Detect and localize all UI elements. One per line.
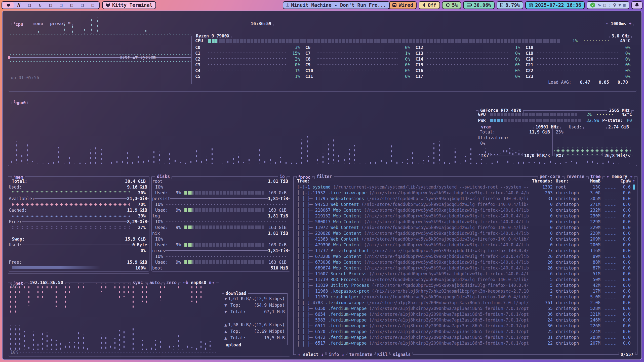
process-row[interactable]: │ [-]-11532 .firefox-wrappe (/nix/store/… bbox=[294, 190, 637, 196]
core-name: C1 bbox=[195, 51, 206, 56]
music-pill[interactable]: ♫ Minuit Machine - Don't Run Fro... bbox=[283, 1, 390, 9]
process-cmd: (/run/current-system/systemd/lib/systemd… bbox=[333, 185, 529, 190]
ram-pill[interactable]: 30.06% bbox=[463, 1, 495, 9]
notifications-pill[interactable] bbox=[631, 1, 642, 9]
tray-square-icon[interactable]: □ bbox=[603, 3, 606, 7]
process-threads: 5 bbox=[529, 283, 553, 288]
process-row[interactable]: │ │ ├─ 6350 .ferdium-wrappe (/nix/store/… bbox=[294, 305, 637, 311]
interval-control[interactable]: - 1000ms + bbox=[604, 21, 633, 27]
process-row[interactable]: │ │ ├─ 6511 .ferdium-wrappe (/nix/store/… bbox=[294, 323, 637, 329]
workspace-1-cat-icon[interactable] bbox=[3, 2, 14, 8]
bluetooth-pill[interactable]: Off bbox=[419, 1, 440, 9]
network-pill[interactable]: Wired bbox=[389, 1, 417, 9]
scroll-rail[interactable] bbox=[631, 185, 635, 190]
reverse-toggle[interactable]: reverse bbox=[564, 173, 586, 179]
per-core-toggle[interactable]: per-core bbox=[538, 173, 562, 179]
scroll-more-icon[interactable]: ↓ bbox=[633, 346, 635, 347]
process-row[interactable]: │ │ ├─ 6536 .ferdium-wrappe (/nix/store/… bbox=[294, 346, 637, 347]
preset-toggle[interactable]: preset * bbox=[48, 21, 73, 27]
process-row[interactable]: │ │ ├─ 219152 Web Content (/nix/store/fq… bbox=[294, 213, 637, 219]
select-action[interactable]: ↑ select ↓ bbox=[296, 351, 326, 357]
graph-spike bbox=[323, 154, 324, 164]
process-row[interactable]: │ │ ├─ 6654 .ferdium-wrappe (/nix/store/… bbox=[294, 311, 637, 317]
process-row[interactable]: │ │ ├─ 11607 Socket Process (/nix/store/… bbox=[294, 271, 637, 277]
zero-toggle[interactable]: zero bbox=[164, 280, 179, 286]
tray-check-icon[interactable]: ✓ bbox=[590, 3, 595, 8]
core-history bbox=[537, 64, 618, 65]
tray-triangle-icon[interactable]: ▼ bbox=[619, 3, 621, 7]
workspace-6-square-icon[interactable]: □ bbox=[56, 2, 66, 8]
filter-toggle[interactable]: filter bbox=[314, 173, 334, 179]
tray-wave-icon[interactable]: ∿ bbox=[597, 3, 601, 7]
info-action[interactable]: info ↵ bbox=[327, 351, 346, 357]
io-toggle[interactable]: io bbox=[278, 173, 287, 179]
graph-spike bbox=[296, 162, 297, 164]
disk-used-pct: 9% bbox=[172, 208, 181, 213]
tray-phone-icon[interactable]: ▯ bbox=[608, 3, 611, 7]
workspace-4-refresh-icon[interactable]: ↻ bbox=[35, 2, 45, 8]
disk-log: log1,81TiB bbox=[152, 213, 290, 219]
tray-pin-icon[interactable]: ⚲ bbox=[613, 3, 616, 7]
process-row[interactable]: │ │ ├─ 5983 .ferdium-wrappe (/nix/store/… bbox=[294, 317, 637, 323]
sync-toggle[interactable]: sync bbox=[131, 280, 145, 286]
process-row[interactable]: │ │ ├─ 11739 RDD Process (/nix/store/fqa… bbox=[294, 277, 637, 282]
workspace-2-neovim-icon[interactable]: N bbox=[14, 2, 24, 8]
scroll-rail[interactable]: ↓ bbox=[631, 346, 635, 347]
process-row[interactable]: │ │ ├─ 689674 Web Content (/nix/store/fq… bbox=[294, 265, 637, 271]
window-title-pill[interactable]: Kitty Terminal bbox=[102, 1, 156, 9]
workspace-5-square-icon[interactable]: □ bbox=[45, 2, 56, 8]
workspace-switcher[interactable]: N□↻□□□□□ bbox=[2, 1, 100, 9]
process-row[interactable]: │ [-]-4783 .ferdium-wrappe (/nix/store/a… bbox=[294, 300, 637, 305]
process-row[interactable]: │ │ ├─ 11732 Privileged Cont (/nix/store… bbox=[294, 248, 637, 253]
signals-action[interactable]: signals bbox=[391, 351, 413, 357]
cpu-pill[interactable]: 5% bbox=[442, 1, 461, 9]
disk-pill[interactable]: 8.79% bbox=[497, 1, 523, 9]
process-row[interactable]: │ │ ├─ 6520 .ferdium-wrappe (/nix/store/… bbox=[294, 329, 637, 334]
process-row[interactable]: │ │ ├─ 479390 Web Content (/nix/store/fq… bbox=[294, 242, 637, 248]
process-row[interactable]: │ │ ├─ 673288 Web Content (/nix/store/fq… bbox=[294, 253, 637, 259]
process-row[interactable]: [-]-1 systemd (/run/current-system/syste… bbox=[294, 184, 637, 190]
process-row[interactable]: │ │ ├─ 11839 Utility Process (/nix/store… bbox=[294, 282, 637, 288]
tree-toggle[interactable]: tree bbox=[588, 173, 603, 179]
graph-spike bbox=[502, 163, 503, 164]
mem-cached: Cached:11,9GiB bbox=[8, 207, 149, 213]
swap-free: 100% bbox=[8, 265, 149, 271]
interface-selector[interactable]: ←b enp8s0 n→ bbox=[181, 280, 216, 286]
terminate-action[interactable]: terminate bbox=[347, 351, 374, 357]
process-cmd: (/nix/store/fqadd0bprwc5yw5k99xajbdqd1dz… bbox=[372, 283, 529, 288]
net-panel-title: 3net bbox=[12, 279, 25, 286]
vram-used-value: 2,74 GiB bbox=[606, 124, 631, 130]
kill-action[interactable]: Kill bbox=[375, 351, 390, 357]
scrollbar-thumb[interactable] bbox=[633, 185, 635, 190]
datetime-pill[interactable]: 2025-07-22 16:36 bbox=[525, 1, 585, 9]
process-row[interactable]: │ │ ├─ 41363 Web Content (/nix/store/fqa… bbox=[294, 236, 637, 242]
process-pid: 11539 bbox=[315, 294, 331, 299]
process-row[interactable]: │ │ ├─ 220028 Web Content (/nix/store/fq… bbox=[294, 230, 637, 236]
tray-keyboard-icon[interactable]: ▦ bbox=[623, 3, 626, 7]
process-threads: 0 bbox=[529, 231, 553, 236]
workspace-7-square-icon[interactable]: □ bbox=[66, 2, 77, 8]
sort-column-selector[interactable]: ← memory → bbox=[605, 173, 634, 179]
tree-glyph: │ [-]- bbox=[297, 190, 312, 195]
process-row[interactable]: │ │ ├─ 94753 Web Content (/nix/store/fqa… bbox=[294, 201, 637, 207]
process-name: .ferdium-wrappe bbox=[328, 323, 369, 328]
process-row[interactable]: │ │ ├─ 11972 Web Content (/nix/store/fqa… bbox=[294, 224, 637, 230]
swap-free-graph bbox=[12, 266, 130, 269]
process-row[interactable]: │ │ ├─ 11795 WebExtensions (/nix/store/f… bbox=[294, 196, 637, 201]
process-row[interactable]: │ │ ├─ 580017 Web Content (/nix/store/fq… bbox=[294, 219, 637, 224]
process-row[interactable]: │ │ ├─ 218067 Web Content (/nix/store/fq… bbox=[294, 207, 637, 213]
menu-toggle[interactable]: menu bbox=[31, 21, 45, 27]
process-row[interactable]: │ │ ├─ 11968 .keepassxc-prox (/nix/store… bbox=[294, 288, 637, 294]
process-row[interactable]: │ │ └─ 11539 crashhelper (/nix/store/fqa… bbox=[294, 294, 637, 300]
workspace-3-square-icon[interactable]: □ bbox=[24, 2, 35, 8]
auto-toggle[interactable]: auto bbox=[147, 280, 162, 286]
workspace-9-square-icon[interactable]: □ bbox=[88, 2, 98, 8]
core-pct: 2% bbox=[289, 57, 300, 62]
process-row[interactable]: │ │ ├─ 6472 .ferdium-wrappe (/nix/store/… bbox=[294, 334, 637, 340]
workspace-8-square-icon[interactable]: □ bbox=[77, 2, 88, 8]
mem-panel-title: 2mem bbox=[12, 173, 25, 180]
cpu-legend: user ▲▼ system bbox=[120, 55, 156, 60]
system-tray[interactable]: ✓∿□▯⚲▼▦ bbox=[587, 1, 629, 9]
process-row[interactable]: │ │ ├─ 6517 .ferdium-wrappe (/nix/store/… bbox=[294, 340, 637, 346]
process-row[interactable]: │ │ ├─ 673038 Web Content (/nix/store/fq… bbox=[294, 259, 637, 265]
